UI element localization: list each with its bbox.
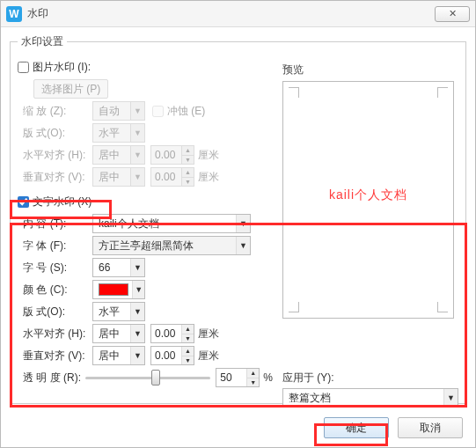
caret-down-icon: ▼ xyxy=(181,156,194,165)
crop-mark-icon xyxy=(437,302,448,312)
img-v-unit: 厘米 xyxy=(198,170,219,185)
caret-up-icon: ▲ xyxy=(181,168,194,178)
erode-checkbox-label: 冲蚀 (E) xyxy=(152,104,205,119)
ok-button[interactable]: 确定 xyxy=(324,417,389,438)
text-watermark-checkbox[interactable] xyxy=(18,196,29,208)
chevron-down-icon[interactable]: ▼ xyxy=(130,259,144,276)
color-combo[interactable]: ▼ xyxy=(92,280,145,299)
crop-mark-icon xyxy=(289,302,299,312)
image-watermark-label-text: 图片水印 (I): xyxy=(33,60,91,75)
txt-valign-label: 垂直对齐 (V): xyxy=(18,349,92,364)
caret-down-icon: ▼ xyxy=(181,178,194,187)
close-icon: ✕ xyxy=(449,8,457,19)
image-watermark-checkbox-label[interactable]: 图片水印 (I): xyxy=(18,60,91,75)
choose-image-button: 选择图片 (P) xyxy=(33,79,108,99)
caret-down-icon[interactable]: ▼ xyxy=(181,356,194,365)
chevron-down-icon[interactable]: ▼ xyxy=(236,237,250,254)
txt-halign-combo[interactable]: 居中 ▼ xyxy=(92,324,145,343)
window-title: 水印 xyxy=(27,6,435,21)
img-valign-label: 垂直对齐 (V): xyxy=(18,170,92,185)
txt-format-label: 版 式(O): xyxy=(18,305,92,319)
preview-area: 预览 kaili个人文档 xyxy=(282,62,454,319)
chevron-down-icon[interactable]: ▼ xyxy=(130,325,144,342)
chevron-down-icon[interactable]: ▼ xyxy=(130,347,144,364)
txt-h-offset-spin[interactable]: 0.00 ▲▼ xyxy=(150,324,194,343)
dialog-watermark: W 水印 ✕ 水印设置 图片水印 (I): 选择图片 (P) 缩 放 xyxy=(0,0,476,448)
caret-up-icon[interactable]: ▲ xyxy=(181,347,194,356)
font-combo[interactable]: 方正兰亭超细黑简体 ▼ xyxy=(92,236,251,255)
img-h-unit: 厘米 xyxy=(198,148,219,163)
chevron-down-icon[interactable]: ▼ xyxy=(130,303,144,320)
apply-to-row: 应用于 (Y): xyxy=(282,371,334,386)
erode-checkbox xyxy=(152,106,164,117)
caret-down-icon[interactable]: ▼ xyxy=(246,378,259,387)
apply-to-label: 应用于 (Y): xyxy=(282,371,334,386)
zoom-label: 缩 放 (Z): xyxy=(18,104,92,119)
img-halign-label: 水平对齐 (H): xyxy=(18,148,92,163)
crop-mark-icon xyxy=(289,87,299,98)
chevron-down-icon[interactable]: ▼ xyxy=(132,281,144,298)
chevron-down-icon[interactable]: ▼ xyxy=(443,389,458,407)
content-label: 内 容 (T): xyxy=(18,217,92,231)
opacity-label: 透 明 度 (R): xyxy=(18,371,85,386)
img-v-offset-spin: 0.00 ▲▼ xyxy=(150,167,194,187)
opacity-spin[interactable]: 50 ▲▼ xyxy=(216,368,260,387)
txt-halign-label: 水平对齐 (H): xyxy=(18,327,92,342)
preview-watermark-text: kaili个人文档 xyxy=(329,187,407,203)
img-halign-combo: 居中 ▼ xyxy=(92,145,145,165)
txt-h-unit: 厘米 xyxy=(198,327,219,342)
txt-v-offset-spin[interactable]: 0.00 ▲▼ xyxy=(150,346,194,365)
caret-up-icon[interactable]: ▲ xyxy=(181,325,194,334)
chevron-down-icon: ▼ xyxy=(130,102,144,120)
zoom-combo: 自动 ▼ xyxy=(92,101,145,121)
chevron-down-icon: ▼ xyxy=(130,146,144,164)
img-h-offset-spin: 0.00 ▲▼ xyxy=(150,145,194,165)
opacity-slider[interactable] xyxy=(85,368,211,387)
content-combo[interactable]: kaili个人文档 ▼ xyxy=(92,214,251,233)
caret-up-icon: ▲ xyxy=(181,146,194,156)
font-label: 字 体 (F): xyxy=(18,239,92,253)
txt-format-combo[interactable]: 水平 ▼ xyxy=(92,302,145,321)
txt-v-unit: 厘米 xyxy=(198,349,219,364)
app-icon: W xyxy=(6,6,22,22)
chevron-down-icon[interactable]: ▼ xyxy=(236,215,250,232)
crop-mark-icon xyxy=(437,87,448,98)
img-format-label: 版 式(O): xyxy=(18,126,92,141)
footer-buttons: 确定 取消 xyxy=(324,417,463,438)
apply-to-combo[interactable]: 整篇文档 ▼ xyxy=(282,388,458,408)
close-button[interactable]: ✕ xyxy=(435,6,470,22)
txt-valign-combo[interactable]: 居中 ▼ xyxy=(92,346,145,365)
img-format-combo: 水平 ▼ xyxy=(92,123,145,143)
color-swatch xyxy=(99,283,128,296)
image-watermark-section: 图片水印 (I): 选择图片 (P) 缩 放 (Z): 自动 ▼ 冲蚀 (E) xyxy=(18,57,273,387)
preview-title: 预览 xyxy=(282,62,454,77)
group-legend: 水印设置 xyxy=(18,34,67,49)
text-watermark-checkbox-label[interactable]: 文字水印 (X) xyxy=(18,195,92,209)
opacity-unit: % xyxy=(263,371,273,384)
cancel-button[interactable]: 取消 xyxy=(398,417,463,438)
titlebar: W 水印 ✕ xyxy=(1,1,475,27)
color-label: 颜 色 (C): xyxy=(18,283,92,297)
caret-down-icon[interactable]: ▼ xyxy=(181,334,194,343)
text-watermark-label-text: 文字水印 (X) xyxy=(33,195,92,209)
preview-box: kaili个人文档 xyxy=(282,81,454,319)
size-label: 字 号 (S): xyxy=(18,261,92,275)
caret-up-icon[interactable]: ▲ xyxy=(246,369,259,378)
chevron-down-icon: ▼ xyxy=(130,124,144,142)
size-combo[interactable]: 66 ▼ xyxy=(92,258,145,277)
chevron-down-icon: ▼ xyxy=(130,168,144,186)
img-valign-combo: 居中 ▼ xyxy=(92,167,145,187)
image-watermark-checkbox[interactable] xyxy=(18,62,29,73)
